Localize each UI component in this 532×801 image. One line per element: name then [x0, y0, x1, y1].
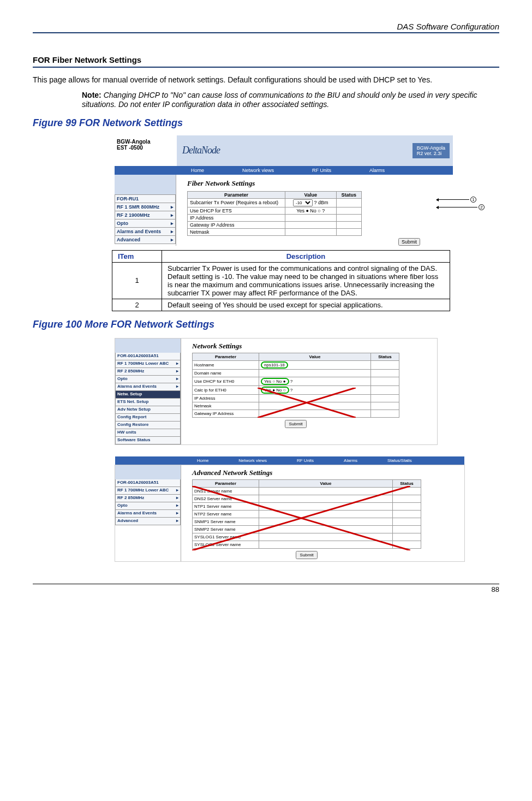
param-value[interactable]: Yes ● No ○ ?	[285, 207, 337, 214]
page-header: DAS Software Configuration	[33, 22, 499, 32]
table-header: Parameter	[188, 191, 285, 198]
table-header: Parameter	[193, 353, 259, 360]
sidebar-item[interactable]: ETS Net. Setup	[115, 399, 181, 406]
sidebar-item[interactable]: RF 2 1900MHz▸	[115, 211, 176, 219]
sidebar-item[interactable]: Adv Netw Setup	[115, 406, 181, 414]
sidebar-item[interactable]: RF 1 700MHz Lower ABC▸	[115, 360, 181, 368]
params-table: Parameter Value Status Subcarrier Tx Pow…	[187, 191, 362, 236]
sidebar-item[interactable]: Config Restore	[115, 422, 181, 429]
site-name: BGW-Angola EST -0500	[115, 135, 177, 166]
callout-1: 1	[470, 197, 476, 203]
panel-title: Network Settings	[192, 342, 437, 351]
params-table: Parameter Value Status Hostnamenps101-18…	[192, 353, 399, 418]
dhcp-radio: Yes ○ No ●	[261, 378, 289, 385]
param-name: NTP2 Server name	[193, 510, 259, 518]
sidebar-item[interactable]: FOR-001A26003A51	[115, 353, 181, 360]
calcip-radio: Yes ● No ○	[261, 387, 289, 394]
sidebar-item[interactable]: Opto▸	[115, 219, 176, 228]
panel-title: Fiber Network Settings	[187, 179, 453, 188]
param-name: SNMP1 Server name	[193, 518, 259, 525]
main-nav[interactable]: Home Network views RF Units Alarms Statu…	[115, 456, 464, 465]
note-label: Note:	[82, 91, 101, 99]
section-title: FOR Fiber Network Settings	[33, 55, 499, 66]
section-rule	[33, 67, 499, 68]
param-name: SYSLOG2 Server name	[193, 541, 259, 548]
sidebar-item[interactable]: Alarms and Events▸	[115, 228, 176, 236]
param-name: Gateway IP Address	[188, 221, 285, 228]
sidebar-item[interactable]: Opto▸	[115, 376, 181, 383]
callout-2: 2	[479, 204, 485, 210]
sidebar-item[interactable]: FOR-RU1	[115, 195, 176, 203]
tx-power-select[interactable]: -10	[293, 199, 313, 206]
sidebar-nav: FOR-RU1 RF 1 SMR 800MHz▸ RF 2 1900MHz▸ O…	[115, 175, 176, 246]
callout-arrow	[437, 207, 477, 207]
nav-network-views[interactable]: Network views	[242, 168, 274, 173]
param-name: NTP1 Server name	[193, 502, 259, 510]
sidebar-item[interactable]: Software Status	[115, 437, 181, 444]
nav-rf-units[interactable]: RF Units	[312, 168, 331, 173]
header-rule	[33, 32, 499, 33]
table-header: Parameter	[193, 479, 259, 487]
param-name: Calc ip for ETH0	[193, 385, 259, 394]
sidebar-item[interactable]: Alarms and Events▸	[115, 383, 181, 391]
param-name: Netmask	[188, 228, 285, 235]
main-nav[interactable]: Home Network views RF Units Alarms	[115, 166, 453, 175]
sidebar-item[interactable]: HW units	[115, 429, 181, 437]
sidebar-item[interactable]: RF 2 850MHz▸	[115, 368, 181, 376]
nav-alarms[interactable]: Alarms	[369, 168, 385, 173]
table-header-desc: Description	[162, 250, 450, 262]
panel-title: Advanced Network Settings	[192, 468, 464, 477]
figure-100-title: Figure 100 More FOR Network Settings	[33, 319, 499, 330]
table-row-item: 2	[112, 299, 162, 311]
param-name: Use DHCP for ETS	[188, 207, 285, 214]
sidebar-item[interactable]: Advanced▸	[115, 236, 176, 244]
brand-logo: DeltaNode	[182, 145, 220, 156]
param-name: IP Address	[188, 214, 285, 221]
table-header: Status	[393, 479, 421, 487]
param-name: Hostname	[193, 360, 259, 369]
note-block: Note: Changing DHCP to "No" can cause lo…	[82, 91, 499, 110]
table-header: Status	[371, 353, 399, 360]
table-row-desc: Default seeing of Yes should be used exc…	[162, 299, 450, 311]
table-header: Value	[259, 353, 371, 360]
hostname-field: nps101-18	[261, 361, 288, 369]
param-name: DNS1 Server name	[193, 487, 259, 495]
table-header: Status	[336, 191, 361, 198]
param-name: Use DHCP for ETH0	[193, 377, 259, 385]
page-number: 88	[33, 584, 499, 594]
sidebar-item[interactable]: Alarms and Events▸	[115, 510, 181, 518]
param-name: SYSLOG1 Server name	[193, 533, 259, 541]
figure-100-screenshot-b: Home Network views RF Units Alarms Statu…	[115, 465, 465, 562]
sidebar-item[interactable]: Opto▸	[115, 502, 181, 510]
param-value[interactable]: -10 ? dBm	[285, 198, 337, 207]
param-name: DNS2 Server name	[193, 495, 259, 502]
sidebar-item[interactable]: Netw. Setup	[115, 391, 181, 399]
submit-button[interactable]: Submit	[285, 420, 307, 428]
param-name: Netmask	[193, 402, 259, 410]
figure-99-title: Figure 99 FOR Network Settings	[33, 117, 499, 129]
nav-home[interactable]: Home	[191, 168, 204, 173]
param-name: Gateway IP Address	[193, 410, 259, 417]
submit-button[interactable]: Submit	[398, 238, 420, 246]
sidebar-item[interactable]: RF 2 850MHz▸	[115, 495, 181, 502]
sidebar-item[interactable]: Config Report	[115, 414, 181, 422]
param-name: IP Address	[193, 394, 259, 402]
sidebar-item[interactable]: RF 1 SMR 800MHz▸	[115, 203, 176, 211]
submit-button[interactable]: Submit	[296, 551, 318, 559]
table-row-item: 1	[112, 262, 162, 299]
params-table: Parameter Value Status DNS1 Server name …	[192, 479, 421, 549]
sidebar-item[interactable]: FOR-001A26003A51	[115, 479, 181, 487]
param-name: SNMP2 Server name	[193, 525, 259, 533]
sidebar-nav: FOR-001A26003A51 RF 1 700MHz Lower ABC▸ …	[115, 465, 181, 561]
figure-99-screenshot: BGW-Angola EST -0500 DeltaNode BGW-Angol…	[115, 135, 453, 246]
table-header-item: ITem	[112, 250, 162, 262]
intro-text: This page allows for manual override of …	[33, 75, 499, 85]
sidebar-nav: FOR-001A26003A51 RF 1 700MHz Lower ABC▸ …	[115, 339, 181, 444]
sidebar-item[interactable]: Advanced▸	[115, 518, 181, 525]
note-text: Changing DHCP to "No" can cause loss of …	[82, 91, 477, 109]
param-name: Domain name	[193, 369, 259, 377]
table-header: Value	[259, 479, 393, 487]
version-box: BGW-Angola R2 ver. 2.3i	[413, 143, 450, 158]
sidebar-item[interactable]: RF 1 700MHz Lower ABC▸	[115, 487, 181, 495]
sidebar-logo	[115, 175, 176, 195]
